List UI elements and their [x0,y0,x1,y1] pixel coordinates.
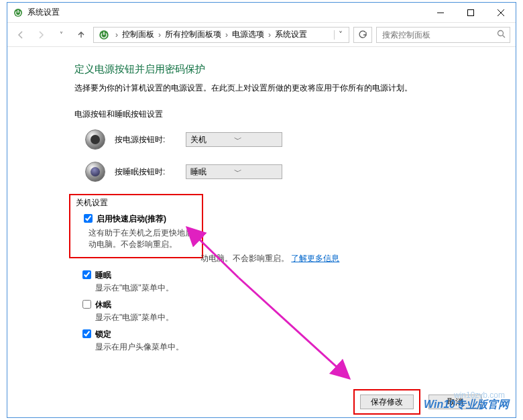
content: 定义电源按钮并启用密码保护 选择要为你的计算机设置的电源设置。在此页上对设置所做… [7,47,516,386]
option-sleep: 睡眠 [82,270,489,281]
option-lock: 锁定 [82,329,489,340]
option-hibernate: 休眠 [82,299,489,311]
search-icon [497,30,506,40]
hibernate-opt-label: 休眠 [95,299,111,311]
close-button[interactable] [485,3,516,22]
navbar: ˅ › 控制面板 › 所有控制面板项 › 电源选项 › 系统设置 ˅ [7,23,516,47]
lock-opt-desc: 显示在用户头像菜单中。 [95,342,489,353]
nav-back-button[interactable] [13,27,29,43]
sleep-button-value: 睡眠 [190,166,234,178]
lock-checkbox[interactable] [82,329,91,338]
power-button-select[interactable]: 关机 ﹀ [186,132,282,147]
chevron-down-icon: ﹀ [234,166,278,178]
highlight-save-button: 保存修改 [353,389,420,415]
power-button-value: 关机 [190,134,234,146]
page-heading: 定义电源按钮并启用密码保护 [74,63,489,76]
lock-opt-label: 锁定 [95,329,111,340]
breadcrumb-item[interactable]: 电源选项 [231,29,266,40]
search-input[interactable] [381,30,497,40]
nav-up-button[interactable] [73,27,89,43]
power-button-row: 按电源按钮时: 关机 ﹀ [85,129,489,150]
titlebar: 系统设置 [7,3,516,23]
search-box[interactable] [376,27,510,43]
breadcrumb-item[interactable]: 所有控制面板项 [164,29,223,40]
option-fast-startup: 启用快速启动(推荐) [84,213,196,225]
save-button[interactable]: 保存修改 [360,395,414,409]
sleep-button-label: 按睡眠按钮时: [115,166,176,178]
section-shutdown: 关机设置 [76,197,196,209]
nav-recent-button[interactable]: ˅ [53,27,69,43]
sleep-opt-desc: 显示在"电源"菜单中。 [95,282,489,294]
chevron-down-icon: ﹀ [234,134,278,146]
sleep-checkbox[interactable] [82,270,91,279]
sleep-opt-label: 睡眠 [95,270,111,281]
breadcrumb-item[interactable]: 控制面板 [121,29,156,40]
fast-startup-desc: 这有助于在关机之后更快地启动电脑。不会影响重启。 [89,227,196,250]
svg-rect-1 [467,9,473,15]
fast-startup-checkbox[interactable] [84,214,93,223]
window-title: 系统设置 [27,7,425,18]
power-options-icon [98,29,110,41]
breadcrumb[interactable]: › 控制面板 › 所有控制面板项 › 电源选项 › 系统设置 ˅ [93,27,349,43]
breadcrumb-dropdown[interactable]: ˅ [334,30,346,40]
page-description: 选择要为你的计算机设置的电源设置。在此页上对设置所做的更改将应用于你所有的电源计… [74,83,489,94]
sleep-button-select[interactable]: 睡眠 ﹀ [186,164,282,179]
sleep-button-row: 按睡眠按钮时: 睡眠 ﹀ [85,162,489,182]
watermark-text: Win10专业版官网 [424,398,509,412]
highlight-fast-startup: 关机设置 启用快速启动(推荐) 这有助于在关机之后更快地启动电脑。不会影响重启。 [69,194,203,258]
svg-point-3 [498,30,504,36]
minimize-button[interactable] [425,3,455,22]
maximize-button[interactable] [455,3,485,22]
power-options-icon [13,7,23,18]
hibernate-opt-desc: 显示在"电源"菜单中。 [95,312,489,323]
power-button-label: 按电源按钮时: [115,134,176,146]
breadcrumb-item[interactable]: 系统设置 [274,29,308,40]
power-icon [85,129,105,150]
fast-startup-desc-link-row: 这有助于在关机之后更快地启动电脑。不会影响重启。 了解更多信息 [96,253,489,264]
fast-startup-label: 启用快速启动(推荐) [97,213,166,225]
sleep-icon [85,162,105,182]
learn-more-link[interactable]: 了解更多信息 [291,254,339,263]
refresh-button[interactable] [353,27,372,43]
hibernate-checkbox[interactable] [82,300,91,309]
nav-forward-button[interactable] [33,27,49,43]
section-power-sleep: 电源按钮和睡眠按钮设置 [74,109,489,120]
